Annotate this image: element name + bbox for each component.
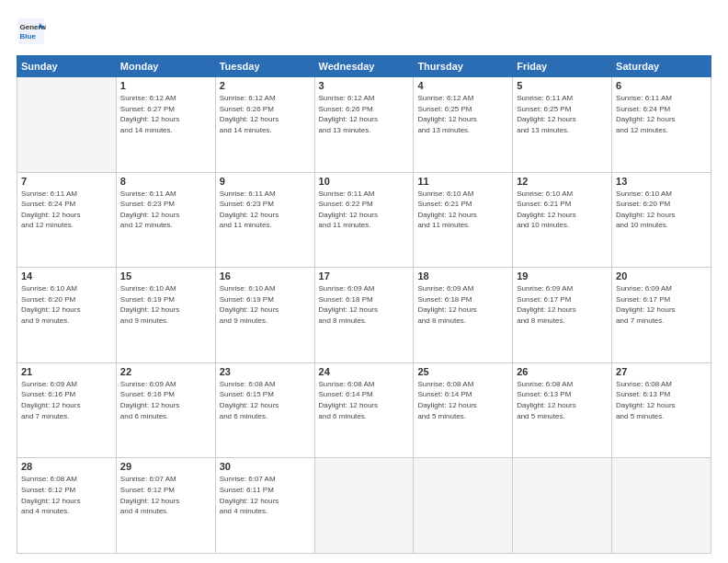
day-info: Sunrise: 6:12 AM Sunset: 6:25 PM Dayligh… (417, 93, 508, 135)
day-cell: 28Sunrise: 6:08 AM Sunset: 6:12 PM Dayli… (17, 458, 117, 554)
day-info: Sunrise: 6:10 AM Sunset: 6:20 PM Dayligh… (21, 283, 112, 326)
col-header-sunday: Sunday (17, 56, 117, 77)
day-info: Sunrise: 6:11 AM Sunset: 6:22 PM Dayligh… (319, 189, 410, 231)
day-number: 12 (517, 176, 608, 187)
day-cell: 1Sunrise: 6:12 AM Sunset: 6:27 PM Daylig… (116, 77, 215, 173)
day-number: 14 (21, 270, 112, 282)
day-cell: 15Sunrise: 6:10 AM Sunset: 6:19 PM Dayli… (116, 268, 215, 363)
day-cell: 17Sunrise: 6:09 AM Sunset: 6:18 PM Dayli… (314, 268, 414, 363)
day-cell: 13Sunrise: 6:10 AM Sunset: 6:20 PM Dayli… (612, 172, 711, 268)
day-number: 19 (517, 270, 608, 282)
day-info: Sunrise: 6:07 AM Sunset: 6:11 PM Dayligh… (220, 474, 311, 516)
day-info: Sunrise: 6:07 AM Sunset: 6:12 PM Dayligh… (120, 474, 211, 516)
day-number: 23 (220, 366, 311, 377)
day-number: 26 (517, 366, 608, 377)
col-header-thursday: Thursday (414, 56, 513, 77)
logo: General Blue (17, 17, 50, 46)
day-info: Sunrise: 6:10 AM Sunset: 6:19 PM Dayligh… (120, 283, 211, 326)
day-info: Sunrise: 6:12 AM Sunset: 6:27 PM Dayligh… (120, 93, 211, 135)
day-cell: 19Sunrise: 6:09 AM Sunset: 6:17 PM Dayli… (513, 268, 612, 363)
day-info: Sunrise: 6:09 AM Sunset: 6:18 PM Dayligh… (417, 283, 508, 326)
day-number: 13 (616, 176, 707, 187)
day-cell: 30Sunrise: 6:07 AM Sunset: 6:11 PM Dayli… (215, 458, 314, 554)
day-info: Sunrise: 6:08 AM Sunset: 6:14 PM Dayligh… (319, 379, 410, 421)
day-cell: 22Sunrise: 6:09 AM Sunset: 6:16 PM Dayli… (116, 362, 215, 458)
day-number: 15 (120, 270, 211, 282)
day-cell: 25Sunrise: 6:08 AM Sunset: 6:14 PM Dayli… (414, 362, 513, 458)
col-header-wednesday: Wednesday (314, 56, 414, 77)
day-number: 29 (120, 461, 211, 472)
day-number: 5 (517, 80, 608, 91)
day-cell: 18Sunrise: 6:09 AM Sunset: 6:18 PM Dayli… (414, 268, 513, 363)
day-number: 7 (21, 176, 112, 187)
day-number: 22 (120, 366, 211, 377)
day-info: Sunrise: 6:10 AM Sunset: 6:21 PM Dayligh… (517, 189, 608, 231)
day-info: Sunrise: 6:10 AM Sunset: 6:21 PM Dayligh… (417, 189, 508, 231)
day-info: Sunrise: 6:10 AM Sunset: 6:20 PM Dayligh… (616, 189, 707, 231)
col-header-tuesday: Tuesday (215, 56, 314, 77)
col-header-friday: Friday (513, 56, 612, 77)
day-cell (513, 458, 612, 554)
day-cell: 7Sunrise: 6:11 AM Sunset: 6:24 PM Daylig… (17, 172, 117, 268)
day-cell (612, 458, 711, 554)
day-cell: 5Sunrise: 6:11 AM Sunset: 6:25 PM Daylig… (513, 77, 612, 173)
day-info: Sunrise: 6:11 AM Sunset: 6:24 PM Dayligh… (21, 189, 112, 231)
day-info: Sunrise: 6:10 AM Sunset: 6:19 PM Dayligh… (220, 283, 311, 326)
day-info: Sunrise: 6:09 AM Sunset: 6:16 PM Dayligh… (21, 379, 112, 421)
day-info: Sunrise: 6:09 AM Sunset: 6:18 PM Dayligh… (319, 283, 410, 326)
day-number: 11 (417, 176, 508, 187)
day-number: 8 (120, 176, 211, 187)
day-cell: 4Sunrise: 6:12 AM Sunset: 6:25 PM Daylig… (414, 77, 513, 173)
day-number: 17 (319, 270, 410, 282)
day-number: 1 (120, 80, 211, 91)
day-info: Sunrise: 6:08 AM Sunset: 6:14 PM Dayligh… (417, 379, 508, 421)
day-info: Sunrise: 6:09 AM Sunset: 6:16 PM Dayligh… (120, 379, 211, 421)
col-header-saturday: Saturday (612, 56, 711, 77)
day-info: Sunrise: 6:09 AM Sunset: 6:17 PM Dayligh… (517, 283, 608, 326)
week-row-4: 21Sunrise: 6:09 AM Sunset: 6:16 PM Dayli… (17, 362, 711, 458)
calendar-table: SundayMondayTuesdayWednesdayThursdayFrid… (17, 55, 711, 554)
day-cell: 20Sunrise: 6:09 AM Sunset: 6:17 PM Dayli… (612, 268, 711, 363)
day-cell: 11Sunrise: 6:10 AM Sunset: 6:21 PM Dayli… (414, 172, 513, 268)
day-number: 21 (21, 366, 112, 377)
day-number: 30 (220, 461, 311, 472)
day-info: Sunrise: 6:08 AM Sunset: 6:13 PM Dayligh… (616, 379, 707, 421)
day-number: 4 (417, 80, 508, 91)
week-row-3: 14Sunrise: 6:10 AM Sunset: 6:20 PM Dayli… (17, 268, 711, 363)
day-cell: 6Sunrise: 6:11 AM Sunset: 6:24 PM Daylig… (612, 77, 711, 173)
day-info: Sunrise: 6:08 AM Sunset: 6:13 PM Dayligh… (517, 379, 608, 421)
day-number: 27 (616, 366, 707, 377)
day-cell: 10Sunrise: 6:11 AM Sunset: 6:22 PM Dayli… (314, 172, 414, 268)
day-info: Sunrise: 6:12 AM Sunset: 6:26 PM Dayligh… (319, 93, 410, 135)
day-info: Sunrise: 6:08 AM Sunset: 6:12 PM Dayligh… (21, 474, 112, 516)
day-number: 25 (417, 366, 508, 377)
week-row-5: 28Sunrise: 6:08 AM Sunset: 6:12 PM Dayli… (17, 458, 711, 554)
day-number: 28 (21, 461, 112, 472)
day-cell: 23Sunrise: 6:08 AM Sunset: 6:15 PM Dayli… (215, 362, 314, 458)
day-cell: 3Sunrise: 6:12 AM Sunset: 6:26 PM Daylig… (314, 77, 414, 173)
day-cell (414, 458, 513, 554)
week-row-2: 7Sunrise: 6:11 AM Sunset: 6:24 PM Daylig… (17, 172, 711, 268)
day-info: Sunrise: 6:09 AM Sunset: 6:17 PM Dayligh… (616, 283, 707, 326)
page: General Blue SundayMondayTuesdayWednesda… (0, 0, 728, 563)
day-cell (17, 77, 117, 173)
day-cell: 21Sunrise: 6:09 AM Sunset: 6:16 PM Dayli… (17, 362, 117, 458)
week-row-1: 1Sunrise: 6:12 AM Sunset: 6:27 PM Daylig… (17, 77, 711, 173)
day-cell: 16Sunrise: 6:10 AM Sunset: 6:19 PM Dayli… (215, 268, 314, 363)
day-info: Sunrise: 6:11 AM Sunset: 6:24 PM Dayligh… (616, 93, 707, 135)
day-number: 2 (220, 80, 311, 91)
header: General Blue (17, 17, 711, 46)
logo-icon: General Blue (17, 17, 46, 46)
day-number: 24 (319, 366, 410, 377)
day-info: Sunrise: 6:12 AM Sunset: 6:26 PM Dayligh… (220, 93, 311, 135)
day-cell: 27Sunrise: 6:08 AM Sunset: 6:13 PM Dayli… (612, 362, 711, 458)
day-cell (314, 458, 414, 554)
day-cell: 8Sunrise: 6:11 AM Sunset: 6:23 PM Daylig… (116, 172, 215, 268)
day-cell: 12Sunrise: 6:10 AM Sunset: 6:21 PM Dayli… (513, 172, 612, 268)
day-cell: 2Sunrise: 6:12 AM Sunset: 6:26 PM Daylig… (215, 77, 314, 173)
day-info: Sunrise: 6:08 AM Sunset: 6:15 PM Dayligh… (220, 379, 311, 421)
day-number: 16 (220, 270, 311, 282)
day-cell: 26Sunrise: 6:08 AM Sunset: 6:13 PM Dayli… (513, 362, 612, 458)
day-number: 10 (319, 176, 410, 187)
day-info: Sunrise: 6:11 AM Sunset: 6:25 PM Dayligh… (517, 93, 608, 135)
